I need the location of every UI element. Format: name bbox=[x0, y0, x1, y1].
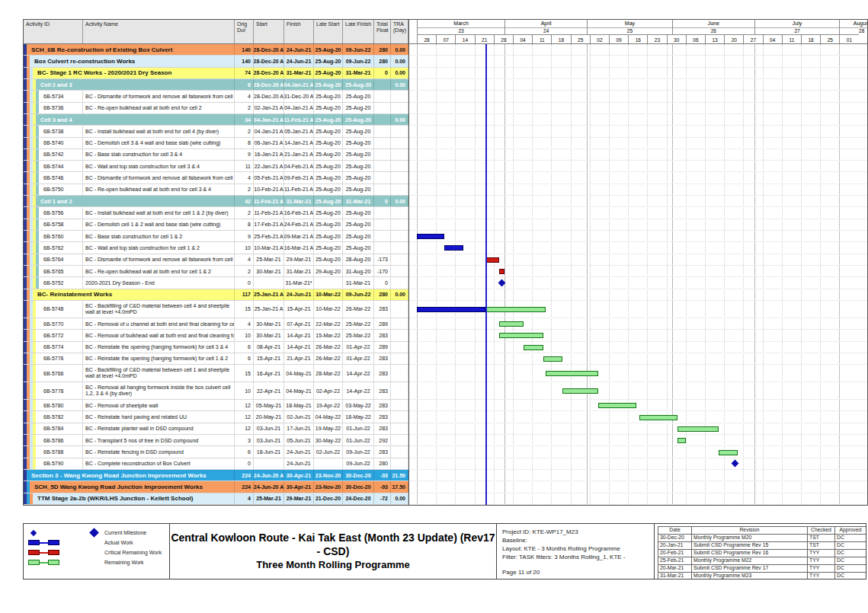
revision-col-header: Checked bbox=[808, 527, 835, 534]
cell-lstart: 25-Aug-20 bbox=[314, 161, 343, 171]
cell-lfinish: 25-Mar-22 bbox=[343, 318, 374, 329]
cell-finish: 07-Apr-21 bbox=[284, 318, 314, 329]
legend-label: Actual Work bbox=[104, 540, 133, 545]
gantt-bar-actual bbox=[417, 307, 485, 312]
revision-cell: 20-Mar-21 bbox=[658, 565, 692, 572]
gantt-row bbox=[409, 161, 867, 172]
task-row: 6B-5766BC - Backfilling of C&D material … bbox=[24, 365, 408, 382]
week-header: 27 bbox=[743, 34, 762, 44]
cell-lfinish: 25-Mar-22 bbox=[343, 330, 374, 340]
cell-lstart: 25-Aug-20 bbox=[314, 68, 343, 78]
band-row: Cell 2 and 3628-Dec-20 A04-Jan-21 A25-Au… bbox=[24, 79, 408, 91]
cell-dur: 10 bbox=[235, 330, 254, 340]
cell-dur: 8 bbox=[235, 138, 254, 148]
revision-cell: DC bbox=[835, 542, 866, 549]
cell-tra: 0.00 bbox=[391, 289, 408, 300]
band-label: Cell 2 and 3 bbox=[24, 79, 235, 90]
group-stripe-yellow bbox=[33, 446, 36, 457]
cell-lstart: 25-Aug-20 bbox=[314, 184, 343, 195]
cell-dur: 0 bbox=[235, 458, 254, 469]
title-block-footer: Current MilestoneActual WorkCritical Rem… bbox=[23, 523, 866, 579]
cell-tra bbox=[391, 435, 408, 445]
cell-start bbox=[254, 277, 284, 288]
cell-lfinish: 25-Aug-20 bbox=[343, 114, 374, 125]
cell-float: 0 bbox=[374, 68, 391, 78]
cell-dur: 34 bbox=[235, 114, 254, 125]
group-stripe-teal bbox=[36, 242, 39, 253]
cell-lstart: 25-Aug-20 bbox=[314, 172, 343, 183]
month-number: 23 bbox=[418, 27, 504, 34]
gantt-row bbox=[409, 114, 867, 126]
cell-activity-name: BC - Reinstate fencing in DSD compound bbox=[83, 446, 235, 457]
cell-start: 30-Mar-21 bbox=[254, 266, 284, 276]
cell-start: 11-Feb-21 A bbox=[254, 207, 284, 218]
cell-finish: 16-Feb-21 A bbox=[284, 207, 314, 218]
cell-dur: 6 bbox=[235, 446, 254, 457]
cell-tra bbox=[391, 184, 408, 195]
cell-lfinish: 09-Jun-22 bbox=[343, 56, 374, 66]
cell-activity-name: BC - Reinstate hard paving and related U… bbox=[83, 411, 235, 422]
gantt-bar-actual bbox=[417, 234, 444, 239]
week-header: 02 bbox=[590, 34, 609, 44]
cell-lstart bbox=[314, 458, 343, 469]
gantt-bar-remaining bbox=[485, 307, 546, 312]
cell-lstart: 25-Aug-20 bbox=[314, 126, 343, 136]
cell-float bbox=[374, 242, 391, 253]
revision-cell: TYY bbox=[808, 557, 835, 564]
gantt-row bbox=[409, 126, 867, 137]
cell-tra bbox=[391, 330, 408, 340]
gantt-row bbox=[409, 149, 867, 161]
gantt-bar-remaining bbox=[499, 321, 524, 327]
revision-cell: Submit CSD Programme Rev 17 bbox=[692, 565, 808, 572]
group-stripe-teal bbox=[36, 219, 39, 230]
group-stripe-yellow bbox=[33, 458, 36, 469]
cell-start: 30-Mar-21 bbox=[254, 318, 284, 329]
gantt-row bbox=[409, 382, 867, 400]
cell-dur: 3 bbox=[235, 435, 254, 445]
cell-lfinish: 09-Jun-22 bbox=[343, 289, 374, 300]
group-stripe-yellow bbox=[33, 435, 36, 445]
task-row: 6B-5788BC - Reinstate fencing in DSD com… bbox=[24, 446, 408, 458]
cell-lfinish: 01-Jun-22 bbox=[343, 435, 374, 445]
revision-row: 25-Feb-21Monthly Programme M22TYYDC bbox=[658, 557, 866, 565]
group-stripe-yellow bbox=[33, 411, 36, 422]
gantt-bar-actual bbox=[444, 245, 463, 251]
revision-table: DateRevisionCheckedApproved30-Dec-20Mont… bbox=[658, 526, 866, 579]
cell-dur: 12 bbox=[235, 423, 254, 434]
gantt-row bbox=[409, 470, 867, 481]
cell-dur: 6 bbox=[235, 79, 254, 90]
gantt-rows bbox=[409, 44, 867, 505]
cell-activity-name: BC - Removal of u channel at both end an… bbox=[83, 318, 235, 329]
task-row: 6B-5742BC - Base slab construction for c… bbox=[24, 149, 408, 161]
gantt-row bbox=[409, 68, 867, 79]
cell-tra bbox=[391, 342, 408, 353]
cell-dur: 4 bbox=[235, 318, 254, 329]
cell-tra bbox=[391, 242, 408, 253]
cell-start: 10-Mar-21 A bbox=[254, 242, 284, 253]
timeline-header: March23April24May25June26July27August282… bbox=[409, 20, 867, 44]
cell-float: -93 bbox=[374, 481, 391, 492]
cell-dur: 4 bbox=[235, 172, 254, 183]
legend-item-actual: Actual Work bbox=[28, 538, 169, 548]
page: { "chart_data": { "type": "table", "subt… bbox=[0, 0, 868, 613]
group-stripe-ltblue bbox=[30, 289, 33, 300]
cell-finish: 30-Apr-21 bbox=[284, 470, 314, 481]
task-row: 6B-5750BC - Re-open bulkhead wall at bot… bbox=[24, 184, 408, 196]
cell-lstart: 23-Nov-20 bbox=[314, 481, 343, 492]
legend-bar bbox=[48, 540, 59, 545]
group-stripe-yellow bbox=[33, 79, 36, 90]
page-number: Page 11 of 20 bbox=[502, 568, 654, 576]
cell-activity-name: BC - Dismantle of formwork and remove al… bbox=[83, 254, 235, 265]
cell-activity-name: BC - Dismantle of formwork and remove al… bbox=[83, 172, 235, 183]
week-header: 04 bbox=[513, 34, 532, 44]
month-number: 26 bbox=[673, 27, 754, 34]
band-label: Cell 1 and 2 bbox=[24, 196, 235, 206]
cell-tra bbox=[391, 161, 408, 171]
task-row: 6B-5772BC - Removal of bulkhead wall at … bbox=[24, 330, 408, 341]
cell-lstart bbox=[314, 277, 343, 288]
revision-cell: DC bbox=[835, 535, 866, 541]
group-stripe-yellow bbox=[33, 301, 36, 318]
cell-activity-name: BC - Complete reconstruction of Box Culv… bbox=[83, 458, 235, 469]
cell-tra bbox=[391, 266, 408, 276]
month-name: April bbox=[505, 20, 587, 27]
